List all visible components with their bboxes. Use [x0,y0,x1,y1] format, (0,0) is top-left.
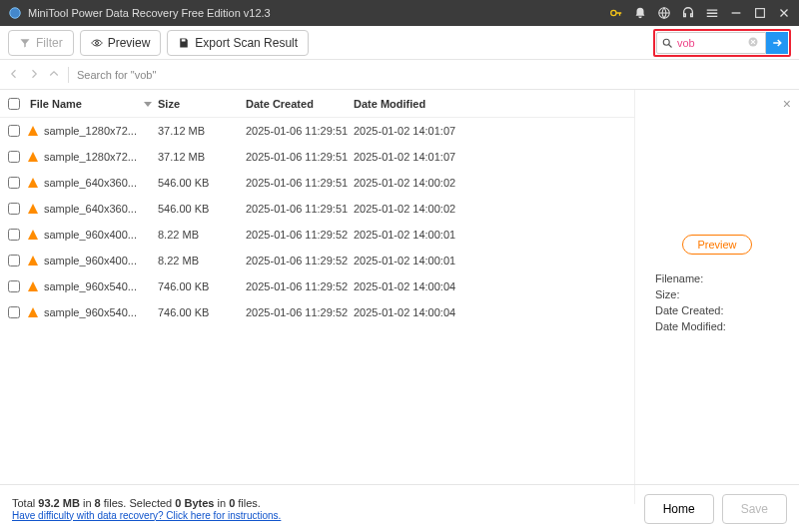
table-row[interactable]: sample_960x540...746.00 KB2025-01-06 11:… [0,273,634,299]
table-row[interactable]: sample_960x400...8.22 MB2025-01-06 11:29… [0,222,634,248]
side-preview-button[interactable]: Preview [682,235,751,255]
row-filename: sample_960x400... [44,255,158,266]
close-icon[interactable] [777,6,791,20]
row-modified: 2025-01-02 14:00:01 [354,229,461,241]
row-filename: sample_1280x72... [44,151,158,163]
key-icon[interactable] [609,6,623,20]
svg-point-4 [95,41,98,44]
col-size-header[interactable]: Size [158,98,246,110]
table-pane: File Name Size Date Created Date Modifie… [0,90,634,504]
svg-point-5 [663,39,669,45]
breadcrumb: Search for "vob" [77,69,156,81]
save-icon [178,37,190,49]
row-checkbox[interactable] [8,151,20,163]
row-filename: sample_1280x72... [44,125,158,137]
minimize-icon[interactable] [729,6,743,20]
row-created: 2025-01-06 11:29:52 [246,229,354,241]
app-logo-icon [8,6,22,20]
col-created-header[interactable]: Date Created [246,98,354,110]
row-size: 37.12 MB [158,125,246,137]
table-row[interactable]: sample_960x540...746.00 KB2025-01-06 11:… [0,299,634,325]
table-row[interactable]: sample_960x400...8.22 MB2025-01-06 11:29… [0,248,634,273]
row-size: 546.00 KB [158,203,246,215]
svg-point-0 [10,8,21,19]
nav-up-icon[interactable] [48,68,60,82]
row-modified: 2025-01-02 14:00:01 [354,255,461,266]
help-link[interactable]: Have difficulty with data recovery? Clic… [12,510,281,521]
nav-back-icon[interactable] [8,68,20,82]
eye-icon [91,37,103,49]
row-modified: 2025-01-02 14:00:02 [354,203,461,215]
globe-icon[interactable] [657,6,671,20]
row-filename: sample_960x400... [44,229,158,241]
row-created: 2025-01-06 11:29:52 [246,255,354,266]
vlc-file-icon [28,256,44,266]
nav-forward-icon[interactable] [28,68,40,82]
clear-search-icon[interactable] [747,34,759,52]
table-row[interactable]: sample_1280x72...37.12 MB2025-01-06 11:2… [0,144,634,170]
search-go-button[interactable] [766,32,788,54]
table-row[interactable]: sample_640x360...546.00 KB2025-01-06 11:… [0,170,634,196]
row-created: 2025-01-06 11:29:51 [246,151,354,163]
toolbar: Filter Preview Export Scan Result [0,26,799,60]
preview-pane: × Preview Filename: Size: Date Created: … [634,90,799,504]
vlc-file-icon [28,204,44,214]
select-all-checkbox[interactable] [8,98,20,110]
row-created: 2025-01-06 11:29:51 [246,125,354,137]
close-preview-icon[interactable]: × [783,96,791,112]
row-checkbox[interactable] [8,203,20,215]
preview-button[interactable]: Preview [80,30,162,56]
row-filename: sample_960x540... [44,280,158,292]
row-modified: 2025-01-02 14:00:04 [354,306,461,318]
row-filename: sample_640x360... [44,177,158,189]
col-modified-header[interactable]: Date Modified [354,98,461,110]
search-input[interactable] [677,37,747,49]
row-checkbox[interactable] [8,229,20,241]
home-button[interactable]: Home [644,494,714,524]
row-modified: 2025-01-02 14:01:07 [354,151,461,163]
table-row[interactable]: sample_640x360...546.00 KB2025-01-06 11:… [0,196,634,222]
col-name-header[interactable]: File Name [28,98,158,110]
preview-label: Preview [108,36,151,50]
filter-button[interactable]: Filter [8,30,74,56]
row-filename: sample_960x540... [44,306,158,318]
row-filename: sample_640x360... [44,203,158,215]
sort-desc-icon [144,100,152,108]
table-row[interactable]: sample_1280x72...37.12 MB2025-01-06 11:2… [0,118,634,144]
row-checkbox[interactable] [8,255,20,266]
footer: Total 93.2 MB in 8 files. Selected 0 Byt… [0,484,799,532]
export-button[interactable]: Export Scan Result [167,30,309,56]
nav-row: Search for "vob" [0,60,799,90]
search-box [656,32,766,54]
row-modified: 2025-01-02 14:00:02 [354,177,461,189]
vlc-file-icon [28,126,44,136]
menu-icon[interactable] [705,6,719,20]
vlc-file-icon [28,178,44,188]
vlc-file-icon [28,281,44,291]
maximize-icon[interactable] [753,6,767,20]
filter-label: Filter [36,36,63,50]
total-size: 93.2 MB [38,497,80,509]
row-checkbox[interactable] [8,306,20,318]
save-button[interactable]: Save [722,494,787,524]
content: File Name Size Date Created Date Modifie… [0,90,799,504]
row-size: 746.00 KB [158,306,246,318]
row-checkbox[interactable] [8,177,20,189]
vlc-file-icon [28,307,44,317]
svg-rect-3 [756,9,765,18]
search-highlight [653,29,791,57]
row-checkbox[interactable] [8,125,20,137]
row-size: 546.00 KB [158,177,246,189]
search-icon [661,37,673,49]
row-checkbox[interactable] [8,280,20,292]
meta-filename: Filename: [655,272,779,284]
divider [68,67,69,83]
row-size: 37.12 MB [158,151,246,163]
meta-modified: Date Modified: [655,320,779,332]
svg-point-1 [611,10,616,15]
meta-size: Size: [655,288,779,300]
bell-icon[interactable] [633,6,647,20]
headset-icon[interactable] [681,6,695,20]
row-size: 8.22 MB [158,229,246,241]
footer-stats: Total 93.2 MB in 8 files. Selected 0 Byt… [12,497,636,521]
